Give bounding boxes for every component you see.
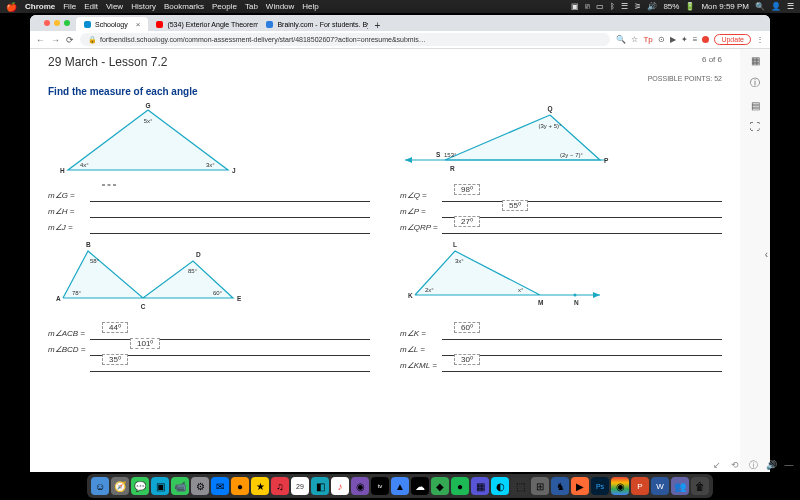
volume-icon[interactable]: 🔊 [764,458,778,472]
angle-kml-input[interactable]: 30⁰ [442,358,722,372]
angle-p-input[interactable]: 55⁰ [442,204,722,218]
app-icon[interactable]: ◆ [431,477,449,495]
menu-history[interactable]: History [131,2,156,11]
app-icon[interactable]: ▲ [391,477,409,495]
url-field[interactable]: 🔒 fortbendisd.schoology.com/common-asses… [80,33,610,46]
collapse-sidebar-icon[interactable]: ‹ [765,249,768,260]
finder-icon[interactable]: ☺ [91,477,109,495]
angle-j-input[interactable] [90,220,370,234]
angle-l-input[interactable] [442,342,722,356]
extension-icon[interactable]: ▶ [670,35,676,44]
extension-icon[interactable]: Tp [643,35,652,44]
close-window-button[interactable] [44,20,50,26]
appletv-icon[interactable]: tv [371,477,389,495]
fullscreen-icon[interactable]: ⛶ [750,121,760,132]
menu-people[interactable]: People [212,2,237,11]
volume-icon[interactable]: 🔊 [647,2,657,11]
app-icon[interactable]: ⬚ [511,477,529,495]
powerpoint-icon[interactable]: P [631,477,649,495]
app-icon[interactable]: ▦ [471,477,489,495]
maximize-window-button[interactable] [64,20,70,26]
podcast-icon[interactable]: ◉ [351,477,369,495]
profile-icon[interactable] [702,36,709,43]
tray-icon[interactable]: ⟲ [728,458,742,472]
app-icon[interactable]: ◧ [311,477,329,495]
menu-file[interactable]: File [63,2,76,11]
extensions-icon[interactable]: ≡ [693,35,698,44]
bluetooth-icon[interactable]: ᛒ [610,2,615,11]
apple-menu-icon[interactable]: 🍎 [6,2,17,12]
app-icon[interactable]: ♞ [551,477,569,495]
reload-button[interactable]: ⟳ [66,35,74,45]
app-icon[interactable]: ▣ [151,477,169,495]
clock[interactable]: Mon 9:59 PM [701,2,749,11]
cast-icon[interactable]: ⎚ [585,2,590,11]
triangle-qrp: Q S R P (3y + 5)° 153° (2y − 7)° [400,105,610,183]
angle-g-input[interactable] [90,188,370,202]
messages-icon[interactable]: 💬 [131,477,149,495]
angle-h-input[interactable] [90,204,370,218]
spotify-icon[interactable]: ● [451,477,469,495]
app-icon[interactable]: ◐ [491,477,509,495]
back-button[interactable]: ← [36,35,45,45]
menu-edit[interactable]: Edit [84,2,98,11]
tab-schoology[interactable]: Schoology × [76,17,148,31]
music-icon[interactable]: ♪ [331,477,349,495]
screen-record-icon[interactable]: ▣ [571,2,579,11]
menu-tab[interactable]: Tab [245,2,258,11]
app-name[interactable]: Chrome [25,2,55,11]
control-center-icon[interactable]: ☰ [787,2,794,11]
settings-icon[interactable]: ⚙ [191,477,209,495]
app-icon[interactable]: ⊞ [531,477,549,495]
tray-icon[interactable]: ⓘ [746,458,760,472]
svg-text:N: N [574,299,579,306]
menu-view[interactable]: View [106,2,123,11]
menu-bookmarks[interactable]: Bookmarks [164,2,204,11]
angle-q-input[interactable]: 98⁰ [442,188,722,202]
triangle-klmn: K L M N 3x° 2x° x° [400,243,610,321]
mail-icon[interactable]: ✉ [211,477,229,495]
menu-icon[interactable]: ⋮ [756,35,764,44]
tray-icon[interactable]: ↙ [710,458,724,472]
calendar-icon[interactable]: 29 [291,477,309,495]
extension-icon[interactable]: ⊙ [658,35,665,44]
app-icon[interactable]: ★ [251,477,269,495]
trash-icon[interactable]: 🗑 [691,477,709,495]
tab-brainly[interactable]: Brainly.com - For students. By × [258,17,368,31]
user-icon[interactable]: 👤 [771,2,781,11]
info-icon[interactable]: ⓘ [750,76,760,90]
app-icon[interactable]: ♫ [271,477,289,495]
calendar-icon[interactable]: ▦ [751,55,760,66]
update-button[interactable]: Update [714,34,751,45]
word-icon[interactable]: W [651,477,669,495]
app-icon[interactable]: ☁ [411,477,429,495]
puzzle-icon[interactable]: ✦ [681,35,688,44]
star-icon[interactable]: ☆ [631,35,638,44]
facetime-icon[interactable]: 📹 [171,477,189,495]
teams-icon[interactable]: 👥 [671,477,689,495]
photoshop-icon[interactable]: Ps [591,477,609,495]
app-icon[interactable]: ● [231,477,249,495]
network-icon[interactable]: ☰ [621,2,628,11]
minimize-window-button[interactable] [54,20,60,26]
svg-text:78°: 78° [72,290,82,296]
forward-button[interactable]: → [51,35,60,45]
tray-icon[interactable]: — [782,458,796,472]
safari-icon[interactable]: 🧭 [111,477,129,495]
angle-qrp-input[interactable]: 27⁰ [442,220,722,234]
search-icon[interactable]: 🔍 [616,35,626,44]
angle-k-input[interactable]: 60⁰ [442,326,722,340]
spotlight-icon[interactable]: 🔍 [755,2,765,11]
display-icon[interactable]: ▭ [596,2,604,11]
angle-bcd-input[interactable]: 101⁰ [90,342,370,356]
angle-dce-input[interactable]: 35⁰ [90,358,370,372]
chrome-icon[interactable]: ◉ [611,477,629,495]
close-tab-icon[interactable]: × [136,20,141,29]
tab-youtube[interactable]: (534) Exterior Angle Theorem × [148,17,258,31]
menu-window[interactable]: Window [266,2,294,11]
calculator-icon[interactable]: ▤ [751,100,760,111]
wifi-icon[interactable]: ⚞ [634,2,641,11]
new-tab-button[interactable]: + [368,20,386,31]
menu-help[interactable]: Help [302,2,318,11]
app-icon[interactable]: ▶ [571,477,589,495]
